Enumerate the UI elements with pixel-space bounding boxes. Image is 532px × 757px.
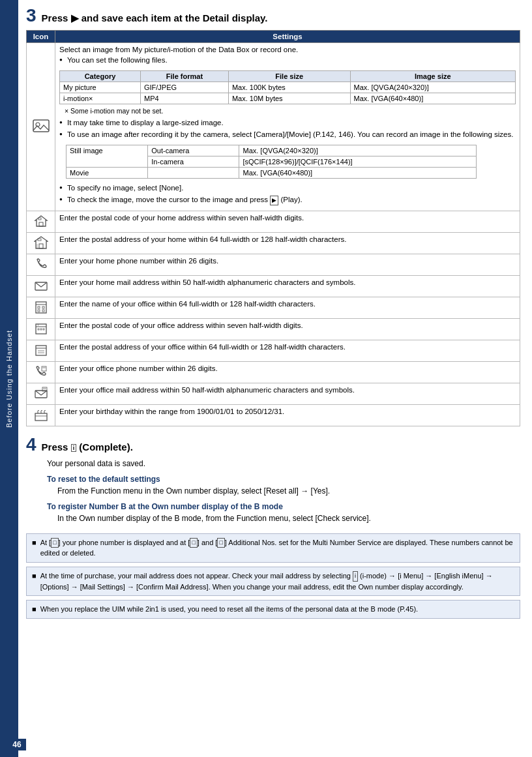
cell-incamera-size: [sQCIF(128×96)]/[QCIF(176×144)] — [239, 156, 477, 168]
footnote-imotion: × Some i-motion may not be set. — [65, 107, 516, 115]
note-content-2: At the time of purchase, your mail addre… — [40, 571, 514, 592]
table-row: Enter your birthday within the range fro… — [27, 404, 520, 426]
content-office-phone: Enter your office phone number within 26… — [55, 361, 520, 383]
svg-rect-0 — [33, 120, 49, 132]
note-marker-1: ■ — [32, 537, 37, 559]
step4-number: 4 — [26, 436, 37, 454]
complete-button-icon: i — [71, 444, 77, 452]
reset-text: From the Function menu in the Own number… — [47, 485, 520, 497]
step3-title: Press ▶ and save each item at the Detail… — [42, 12, 268, 24]
cell-category-2: i-motion× — [60, 93, 141, 104]
note-icon-2: □ — [190, 538, 197, 548]
content-office-name: Enter the name of your office within 64 … — [55, 297, 520, 318]
content-cell-image: Select an image from My picture/i-motion… — [55, 43, 520, 211]
cell-movie-sublabel — [148, 168, 239, 179]
table-row: Still image Out-camera Max. [QVGA(240×32… — [66, 145, 477, 156]
svg-rect-18 — [38, 329, 39, 330]
note-marker-3: ■ — [32, 604, 37, 615]
sidebar: Before Using the Handset — [0, 0, 18, 757]
note-content-1: At [□] your phone number is displayed an… — [40, 537, 514, 559]
icon-cell-office-postal-addr — [27, 340, 55, 361]
cell-outcamera-label: Out-camera — [148, 145, 239, 156]
step4-body: Your personal data is saved. To reset to… — [26, 458, 520, 524]
content-office-postal: Enter the postal code of your office add… — [55, 318, 520, 340]
play-button-icon: ▶ — [270, 196, 278, 205]
office-postal-address-icon — [34, 343, 48, 357]
svg-rect-19 — [40, 329, 42, 330]
svg-text:〒: 〒 — [37, 323, 40, 327]
table-row: Select an image from My picture/i-motion… — [27, 43, 520, 211]
file-format-table: Category File format File size Image siz… — [59, 70, 516, 104]
cell-still-label: Still image — [66, 145, 148, 168]
step3-header: 3 Press ▶ and save each item at the Deta… — [26, 7, 520, 25]
svg-rect-13 — [42, 306, 44, 308]
table-row: Enter your office mail address within 50… — [27, 383, 520, 404]
svg-rect-3 — [39, 222, 43, 226]
home-phone-icon — [34, 257, 48, 271]
table-row: Enter your home mail address within 50 h… — [27, 275, 520, 297]
svg-rect-26 — [42, 366, 46, 371]
cell-incamera-label: In-camera — [148, 156, 239, 168]
icon-cell-home-phone — [27, 254, 55, 275]
office-name-icon — [34, 300, 48, 314]
svg-rect-6 — [39, 244, 43, 248]
icon-cell-image — [27, 43, 55, 211]
camera-size-table: Still image Out-camera Max. [QVGA(240×32… — [66, 145, 477, 179]
step3-number: 3 — [26, 7, 37, 25]
svg-rect-12 — [38, 306, 40, 308]
content-office-mail: Enter your office mail address within 50… — [55, 383, 520, 404]
icon-cell-home-postal — [27, 211, 55, 232]
icon-cell-office-phone — [27, 361, 55, 383]
svg-rect-20 — [43, 329, 44, 330]
image-icon — [32, 117, 50, 135]
office-phone-icon — [34, 364, 48, 379]
table-row: Enter the postal code of your home addre… — [27, 211, 520, 232]
register-text: In the Own number display of the B mode,… — [47, 512, 520, 524]
icon-cell-office-name — [27, 297, 55, 318]
icon-cell-birthday — [27, 404, 55, 426]
settings-table: Icon Settings — [26, 30, 520, 426]
birthday-icon — [34, 408, 48, 422]
icon-cell-home-mail — [27, 275, 55, 297]
bullet-largetime: It may take time to display a large-size… — [59, 117, 516, 128]
bullet-no-image: To specify no image, select [None]. — [59, 183, 516, 193]
bullet-files: You can set the following files. — [59, 55, 516, 65]
table-row: Enter the name of your office within 64 … — [27, 297, 520, 318]
main-content: 3 Press ▶ and save each item at the Deta… — [18, 0, 532, 757]
bullet-camera: To use an image after recording it by th… — [59, 129, 516, 140]
svg-point-1 — [36, 123, 40, 126]
office-mail-icon — [34, 386, 48, 400]
cell-movie-size: Max. [VGA(640×480)] — [239, 168, 477, 179]
reset-link: To reset to the default settings — [47, 473, 520, 485]
table-row: i-motion× MP4 Max. 10M bytes Max. [VGA(6… — [60, 93, 516, 104]
content-home-postal: Enter the postal code of your home addre… — [55, 211, 520, 232]
svg-marker-2 — [35, 216, 47, 226]
col-settings: Settings — [55, 31, 520, 43]
page-number: 46 — [8, 739, 26, 750]
notes-section: ■ At [□] your phone number is displayed … — [26, 533, 520, 619]
cell-imgsize-2: Max. [VGA(640×480)] — [350, 93, 515, 104]
cell-movie-label: Movie — [66, 168, 148, 179]
table-row: Enter the postal address of your home wi… — [27, 232, 520, 254]
svg-rect-10 — [36, 302, 46, 313]
table-row: My picture GIF/JPEG Max. 100K bytes Max.… — [60, 82, 516, 93]
icon-cell-home-address — [27, 232, 55, 254]
note-imode-icon: i — [353, 571, 358, 582]
home-mail-icon — [34, 278, 48, 293]
cell-format-1: GIF/JPEG — [140, 82, 228, 93]
content-birthday: Enter your birthday within the range fro… — [55, 404, 520, 426]
table-row: Enter your office phone number within 26… — [27, 361, 520, 383]
table-row: 〒 Enter the postal code of your office a… — [27, 318, 520, 340]
cell-outcamera-size: Max. [QVGA(240×320)] — [239, 145, 477, 156]
col-icon: Icon — [27, 31, 55, 43]
svg-rect-22 — [36, 346, 46, 355]
note-box-3: ■ When you replace the UIM while 2in1 is… — [26, 600, 520, 619]
table-row: Enter your home phone number within 26 d… — [27, 254, 520, 275]
step4-title: Press i (Complete). — [42, 441, 133, 453]
note-icon-1: □ — [51, 538, 58, 548]
icon-cell-office-mail — [27, 383, 55, 404]
col-category: Category — [60, 71, 141, 82]
step4-saved-text: Your personal data is saved. — [47, 458, 520, 469]
col-filesize: File size — [228, 71, 350, 82]
cell-category-1: My picture — [60, 82, 141, 93]
